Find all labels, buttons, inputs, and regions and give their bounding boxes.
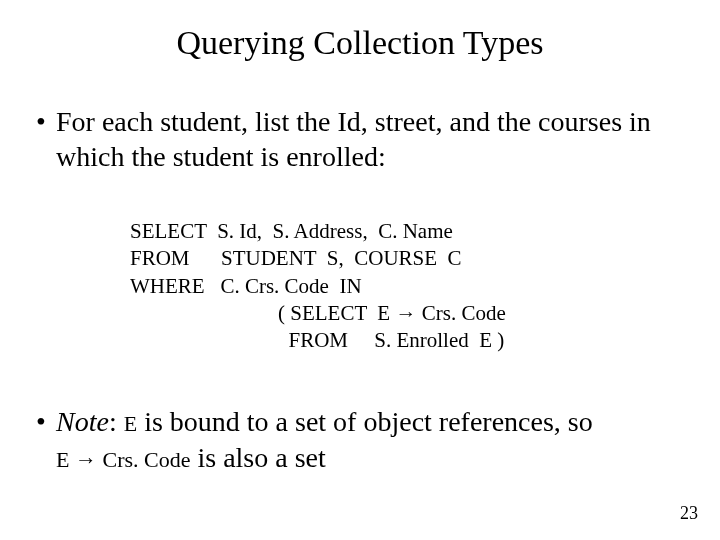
code-text: FROM S. Enrolled E ) — [278, 328, 504, 352]
note-tail: is also a set — [190, 442, 325, 473]
code-line-2: FROM STUDENT S, COURSE C — [130, 245, 506, 272]
slide: Querying Collection Types • For each stu… — [0, 0, 720, 540]
code-text: C. Crs. Code IN — [205, 274, 362, 298]
page-number: 23 — [680, 503, 698, 524]
code-line-4: ( SELECT E → Crs. Code — [278, 300, 506, 327]
note-label: Note — [56, 406, 109, 437]
arrow-icon: → — [75, 446, 97, 475]
code-line-5: FROM S. Enrolled E ) — [278, 327, 506, 354]
bullet-text: For each student, list the Id, street, a… — [56, 106, 651, 172]
code-text: Crs. Code — [416, 301, 505, 325]
bullet-note: • Note: E is bound to a set of object re… — [56, 404, 676, 477]
keyword-where: WHERE — [130, 274, 205, 298]
code-text: S. Id, S. Address, C. Name — [207, 219, 453, 243]
keyword-from: FROM — [130, 246, 190, 270]
code-text: STUDENT S, COURSE C — [190, 246, 462, 270]
code-text: ( SELECT E — [278, 301, 395, 325]
bullet-description: • For each student, list the Id, street,… — [56, 104, 676, 174]
sql-code-block: SELECT S. Id, S. Address, C. Name FROM S… — [130, 218, 506, 354]
note-colon: : — [109, 406, 124, 437]
arrow-icon: → — [395, 300, 416, 327]
code-line-3: WHERE C. Crs. Code IN — [130, 273, 506, 300]
code-inline-e: E — [124, 411, 137, 436]
keyword-select: SELECT — [130, 219, 207, 243]
slide-title: Querying Collection Types — [0, 24, 720, 62]
code-inline-e: E — [56, 447, 75, 472]
note-mid: is bound to a set of object references, … — [137, 406, 593, 437]
code-inline-crscode: Crs. Code — [97, 447, 191, 472]
bullet-dot: • — [36, 404, 46, 440]
bullet-dot: • — [36, 104, 46, 139]
code-line-1: SELECT S. Id, S. Address, C. Name — [130, 218, 506, 245]
